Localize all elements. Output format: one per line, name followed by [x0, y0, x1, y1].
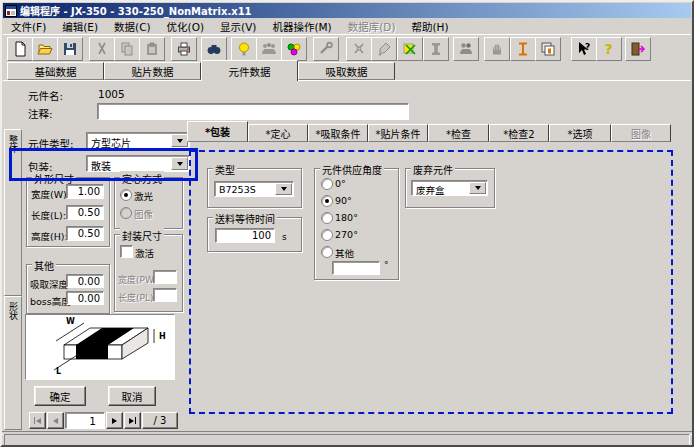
activate-checkbox[interactable]	[120, 245, 133, 258]
menu-view[interactable]: 显示(V)	[212, 18, 264, 35]
comment-label: 注释:	[28, 106, 53, 121]
exit-button[interactable]	[625, 37, 651, 61]
angle-90-label: 90°	[335, 195, 352, 206]
team-icon	[261, 41, 277, 57]
tab-page-edge	[3, 80, 691, 81]
next-icon	[112, 418, 117, 424]
subtab-check2[interactable]: *检查2	[489, 124, 549, 142]
angle-90-radio[interactable]	[321, 195, 333, 207]
angle-other-label: 其他	[335, 246, 354, 260]
chevron-down-icon	[475, 186, 481, 190]
record-total-panel: / 3	[142, 412, 178, 429]
subtab-centering[interactable]: *定心	[248, 124, 308, 142]
part-name-value: 1005	[98, 88, 125, 100]
pw-input	[153, 270, 177, 284]
menu-edit[interactable]: 编辑(E)	[54, 18, 106, 35]
menu-file[interactable]: 文件(F)	[3, 18, 54, 35]
height-label: 高度(H):	[31, 229, 68, 243]
svg-text:?: ?	[605, 41, 613, 57]
copy-icon	[119, 41, 135, 57]
users-icon	[458, 41, 474, 57]
save-icon	[62, 41, 78, 57]
column-beam-icon	[428, 41, 444, 57]
open-button[interactable]	[32, 37, 58, 61]
subtab-image: 图像	[611, 124, 671, 142]
first-record-button	[29, 412, 46, 429]
tab-component-data[interactable]: 元件数据	[201, 60, 298, 81]
subtab-package[interactable]: *包装	[187, 121, 248, 142]
subtab-place-cond[interactable]: *贴片条件	[368, 124, 428, 142]
feed-wait-input[interactable]	[215, 228, 275, 243]
prev-record-button	[47, 412, 64, 429]
angle-other-input[interactable]	[332, 261, 380, 275]
tab-basic-data[interactable]: 基础数据	[7, 62, 104, 80]
record-number-input[interactable]	[65, 412, 105, 429]
new-file-icon	[12, 41, 28, 57]
balance-button[interactable]	[281, 37, 307, 61]
laser-radio[interactable]	[120, 189, 132, 201]
ok-button[interactable]: 确定	[34, 386, 86, 406]
chip-3d-icon: W L H	[26, 315, 172, 377]
window-title: 编辑程序 - JX-350 - 330-250_NonMatrix.x11	[20, 3, 252, 18]
angle-270-radio[interactable]	[321, 229, 333, 241]
menu-help[interactable]: 帮助(H)	[404, 18, 457, 35]
menu-bar: 文件(F) 编辑(E) 数据(C) 优化(O) 显示(V) 机器操作(M) 数据…	[3, 19, 691, 34]
length-label: 长度(L):	[31, 208, 66, 222]
svg-text:L: L	[56, 367, 61, 376]
tab-pickup-data[interactable]: 吸取数据	[298, 62, 395, 80]
print-button[interactable]	[171, 37, 197, 61]
length-input[interactable]	[66, 205, 104, 220]
first-icon	[34, 417, 35, 424]
angle-0-label: 0°	[335, 178, 346, 189]
feed-wait-unit: s	[282, 232, 287, 242]
menu-data[interactable]: 数据(C)	[106, 18, 159, 35]
menu-database: 数据库(D)	[340, 18, 404, 35]
menu-machine[interactable]: 机器操作(M)	[264, 18, 339, 35]
angle-other-radio[interactable]	[321, 246, 333, 258]
save-button[interactable]	[57, 37, 83, 61]
next-record-button[interactable]	[106, 412, 123, 429]
hint-button[interactable]	[231, 37, 257, 61]
type-dropdown[interactable]: B7253S	[214, 181, 294, 197]
tab-placement-data[interactable]: 贴片数据	[104, 62, 201, 80]
toolbar: ? ?	[3, 34, 691, 61]
pl-label: 长度(PL)	[118, 291, 153, 304]
context-help-button[interactable]: ?	[571, 37, 597, 61]
width-input[interactable]	[66, 184, 104, 199]
boss-height-input[interactable]	[66, 291, 104, 305]
comment-input[interactable]	[97, 103, 409, 120]
optimize-cancel-button[interactable]	[397, 37, 423, 61]
menu-optimize[interactable]: 优化(O)	[159, 18, 212, 35]
angle-270-label: 270°	[335, 229, 358, 240]
height-input[interactable]	[66, 226, 104, 241]
paste-icon	[144, 41, 160, 57]
discard-dropdown[interactable]: 废弃盒	[411, 180, 488, 196]
cancel-button[interactable]: 取消	[108, 386, 156, 406]
chip-diagram: W L H	[25, 314, 175, 380]
tool-button	[313, 37, 339, 61]
part-name-label: 元件名:	[28, 88, 63, 103]
pl-input	[153, 288, 177, 302]
subtab-pickup-cond[interactable]: *吸取条件	[308, 124, 368, 142]
pw-label: 宽度(PW)	[118, 273, 157, 286]
angle-0-radio[interactable]	[321, 178, 333, 190]
pick-depth-input[interactable]	[66, 274, 104, 288]
stack-button[interactable]	[535, 37, 561, 61]
last-record-button[interactable]	[124, 412, 141, 429]
subtab-check[interactable]: *检查	[428, 124, 489, 142]
find-button[interactable]	[201, 37, 227, 61]
pliers-icon	[351, 41, 367, 57]
part-type-dropdown[interactable]: 方型芯片	[86, 132, 190, 149]
users-button	[453, 37, 479, 61]
chevron-down-icon	[177, 139, 183, 143]
help-button[interactable]: ?	[596, 37, 622, 61]
activate-checkbox-label: 激活	[135, 246, 154, 260]
app-window: 编辑程序 - JX-350 - 330-250_NonMatrix.x11 文件…	[0, 0, 694, 447]
subtab-options[interactable]: *选项	[549, 124, 611, 142]
new-button[interactable]	[7, 37, 33, 61]
beam-button[interactable]	[510, 37, 536, 61]
cut-icon	[94, 41, 110, 57]
angle-180-radio[interactable]	[321, 212, 333, 224]
team-button	[256, 37, 282, 61]
side-tab-shape[interactable]: 形状	[4, 296, 22, 430]
